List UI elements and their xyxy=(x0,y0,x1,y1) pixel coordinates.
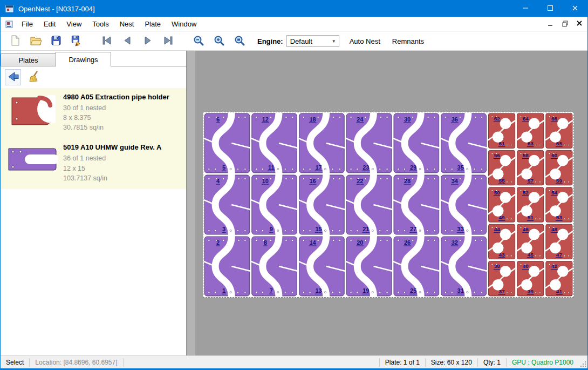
menu-file[interactable]: File xyxy=(16,17,38,31)
close-button[interactable] xyxy=(563,1,587,17)
new-button[interactable] xyxy=(5,32,25,50)
menu-window[interactable]: Window xyxy=(166,17,202,31)
statusbar-spacer xyxy=(124,358,379,367)
svg-text:54: 54 xyxy=(551,190,558,196)
nest-plate[interactable]: 6512111817242330293635431091615222128273… xyxy=(203,112,574,298)
mdi-close-icon xyxy=(576,20,583,28)
menu-nest[interactable]: Nest xyxy=(114,17,140,31)
nested-part-pair[interactable]: 4645 xyxy=(517,224,544,259)
nested-part-pair[interactable]: 3837 xyxy=(488,261,515,296)
drawing-list-item[interactable]: 4980 A05 Extraction pipe holder 30 of 1 … xyxy=(1,88,186,138)
nested-part-pair[interactable]: 5655 xyxy=(488,150,515,185)
nested-part-pair[interactable]: 3231 xyxy=(441,236,487,297)
nested-part-pair[interactable]: 1817 xyxy=(298,113,345,173)
tab-plates[interactable]: Plates xyxy=(1,53,56,66)
svg-text:50: 50 xyxy=(494,190,501,196)
last-icon xyxy=(162,34,175,49)
canvas-scroll-strip[interactable] xyxy=(187,51,195,355)
menu-tools[interactable]: Tools xyxy=(87,17,114,31)
drawings-toolbar xyxy=(1,66,186,88)
save-button[interactable] xyxy=(46,32,66,50)
next-plate-button[interactable] xyxy=(138,32,158,50)
minimize-button[interactable] xyxy=(513,1,538,17)
mdi-close-button[interactable] xyxy=(573,19,586,30)
drawing-thumbnail-red xyxy=(5,93,60,132)
clean-button[interactable] xyxy=(26,69,43,85)
nested-part-pair[interactable]: 2827 xyxy=(393,174,440,235)
minimize-icon xyxy=(522,5,529,13)
nested-part-pair[interactable]: 6059 xyxy=(545,150,573,185)
remnants-button[interactable]: Remnants xyxy=(391,35,426,48)
nested-part-pair[interactable]: 3635 xyxy=(441,113,487,173)
nested-part-pair[interactable]: 6665 xyxy=(545,113,573,148)
open-button[interactable] xyxy=(25,32,46,50)
nested-part-pair[interactable]: 6261 xyxy=(488,113,515,148)
nest-canvas[interactable]: 6512111817242330293635431091615222128273… xyxy=(187,51,587,355)
nested-part-pair[interactable]: 4847 xyxy=(545,224,573,259)
menu-plate[interactable]: Plate xyxy=(139,17,166,31)
nested-part-pair[interactable]: 1413 xyxy=(298,236,345,297)
svg-text:64: 64 xyxy=(523,116,529,122)
nested-part-pair[interactable]: 5049 xyxy=(488,187,515,222)
nested-part-pair[interactable]: 3433 xyxy=(441,174,487,235)
nest-plate-svg[interactable]: 6512111817242330293635431091615222128273… xyxy=(203,112,573,297)
maximize-button[interactable] xyxy=(538,1,563,17)
nested-part-pair[interactable]: 5251 xyxy=(517,187,544,222)
menu-view[interactable]: View xyxy=(61,17,87,31)
resize-grip-icon[interactable] xyxy=(579,356,587,368)
chevron-down-icon: ▼ xyxy=(332,39,336,44)
svg-text:34: 34 xyxy=(452,178,459,184)
menu-edit[interactable]: Edit xyxy=(38,17,61,31)
nested-part-pair[interactable]: 65 xyxy=(204,113,250,173)
nested-part-pair[interactable]: 4039 xyxy=(517,261,544,296)
svg-text:45: 45 xyxy=(528,252,534,258)
sidebar: Plates Drawings xyxy=(1,51,187,355)
nested-part-pair[interactable]: 2019 xyxy=(346,236,392,297)
nested-part-pair[interactable]: 3029 xyxy=(393,113,440,173)
zoom-out-button[interactable] xyxy=(188,32,209,50)
svg-text:47: 47 xyxy=(556,252,563,258)
drawing-list-item[interactable]: 5019 A10 UHMW guide Rev. A 36 of 1 neste… xyxy=(1,138,186,189)
svg-text:56: 56 xyxy=(494,152,501,158)
svg-text:12: 12 xyxy=(262,116,269,123)
previous-icon xyxy=(121,34,134,49)
nested-part-pair[interactable]: 109 xyxy=(251,174,298,235)
svg-text:61: 61 xyxy=(499,140,505,146)
nested-part-pair[interactable]: 87 xyxy=(251,236,298,297)
add-to-nest-button[interactable] xyxy=(5,69,21,85)
mdi-restore-button[interactable] xyxy=(558,19,571,30)
nested-part-pair[interactable]: 1615 xyxy=(298,174,345,235)
svg-text:37: 37 xyxy=(499,288,505,294)
first-plate-button[interactable] xyxy=(97,32,117,50)
nested-part-pair[interactable]: 2625 xyxy=(393,236,440,297)
nested-part-pair[interactable]: 4241 xyxy=(545,261,573,296)
engine-select[interactable]: Default ▼ xyxy=(286,35,339,47)
nested-part-pair[interactable]: 4443 xyxy=(488,224,515,259)
nested-part-pair[interactable]: 43 xyxy=(204,174,250,235)
drawing-list: 4980 A05 Extraction pipe holder 30 of 1 … xyxy=(1,88,186,189)
svg-text:46: 46 xyxy=(523,226,529,232)
document-icon[interactable] xyxy=(5,20,13,29)
svg-text:38: 38 xyxy=(494,264,501,270)
zoom-fit-button[interactable] xyxy=(229,32,250,50)
nested-part-pair[interactable]: 21 xyxy=(204,236,250,297)
svg-text:66: 66 xyxy=(551,116,558,122)
previous-plate-button[interactable] xyxy=(117,32,138,50)
svg-text:33: 33 xyxy=(457,226,464,232)
nested-part-pair[interactable]: 6463 xyxy=(517,113,544,148)
nested-part-pair[interactable]: 5857 xyxy=(517,150,544,185)
svg-text:53: 53 xyxy=(556,214,563,220)
last-plate-button[interactable] xyxy=(158,32,179,50)
save-as-button[interactable] xyxy=(66,32,87,50)
zoom-fit-icon xyxy=(233,34,246,49)
nested-part-pair[interactable]: 1211 xyxy=(251,113,298,173)
mdi-minimize-button[interactable] xyxy=(544,19,557,30)
nested-part-pair[interactable]: 2221 xyxy=(346,174,392,235)
zoom-in-button[interactable] xyxy=(209,32,229,50)
tab-drawings[interactable]: Drawings xyxy=(56,52,111,66)
auto-nest-button[interactable]: Auto Nest xyxy=(348,35,382,48)
nested-part-pair[interactable]: 5453 xyxy=(545,187,573,222)
window-title: OpenNest - [N0317-004] xyxy=(18,5,95,13)
svg-text:28: 28 xyxy=(404,178,411,184)
nested-part-pair[interactable]: 2423 xyxy=(346,113,392,173)
